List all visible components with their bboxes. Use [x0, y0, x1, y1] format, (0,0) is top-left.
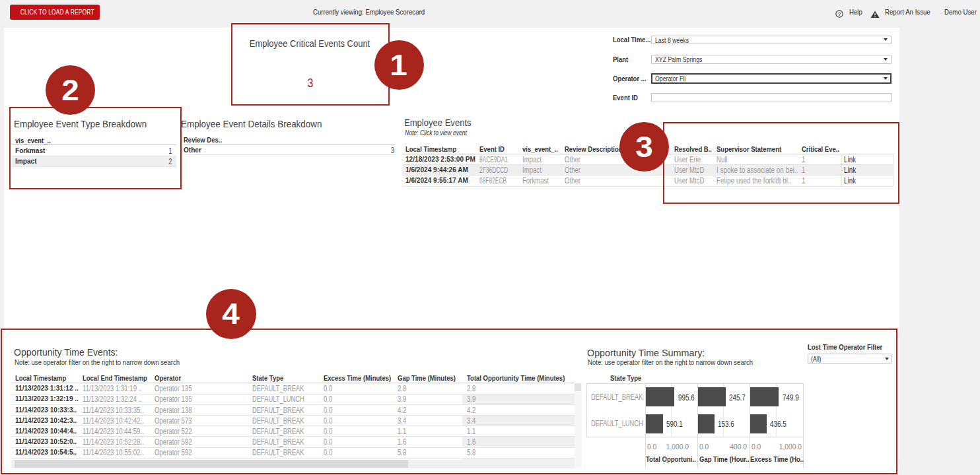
svg-text:?: ? [837, 11, 841, 16]
